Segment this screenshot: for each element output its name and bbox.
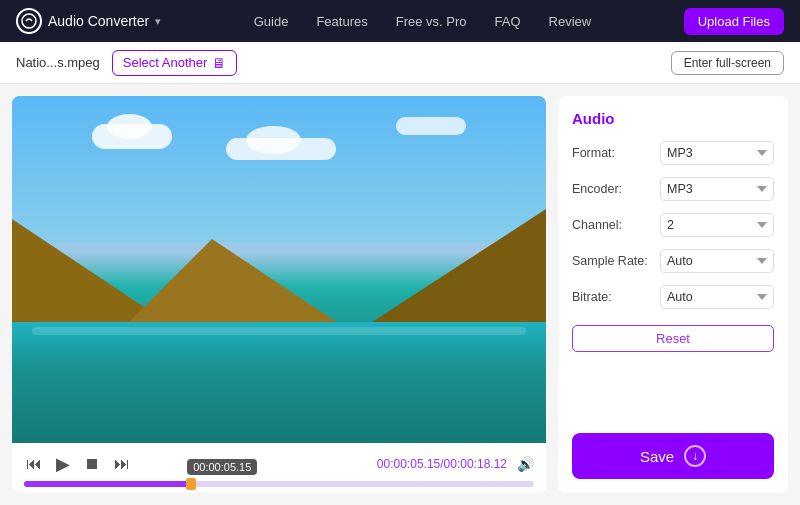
file-toolbar: Natio...s.mpeg Select Another 🖥 Enter fu…: [0, 42, 800, 84]
time-display: 00:00:05.15/00:00:18.12: [377, 457, 507, 471]
monitor-icon: 🖥: [212, 55, 226, 71]
nav-features[interactable]: Features: [316, 14, 367, 29]
fast-forward-icon: ⏭: [114, 455, 130, 473]
format-label: Format:: [572, 146, 652, 160]
current-time: 00:00:05.15: [377, 457, 440, 471]
bitrate-label: Bitrate:: [572, 290, 652, 304]
save-label: Save: [640, 448, 674, 465]
settings-panel: Audio Format: MP3 AAC WAV FLAC Encoder: …: [558, 96, 788, 493]
logo-dropdown-icon: ▾: [155, 15, 161, 28]
filename-label: Natio...s.mpeg: [16, 55, 100, 70]
video-preview: [12, 96, 546, 443]
settings-title: Audio: [572, 110, 774, 127]
nav-free-vs-pro[interactable]: Free vs. Pro: [396, 14, 467, 29]
bitrate-select[interactable]: Auto 128k 192k 320k: [660, 285, 774, 309]
logo[interactable]: Audio Converter ▾: [16, 8, 161, 34]
fullscreen-button[interactable]: Enter full-screen: [671, 51, 784, 75]
app-header: Audio Converter ▾ Guide Features Free vs…: [0, 0, 800, 42]
progress-bar[interactable]: [24, 481, 534, 487]
channel-select[interactable]: 2 1 6: [660, 213, 774, 237]
save-icon: ↓: [684, 445, 706, 467]
format-row: Format: MP3 AAC WAV FLAC: [572, 141, 774, 165]
upload-files-button[interactable]: Upload Files: [684, 8, 784, 35]
volume-icon[interactable]: 🔊: [517, 456, 534, 472]
water-bg: [12, 322, 546, 443]
main-content: ⏮ ▶ ⏹ ⏭ 00:00:05.15/00:00:18.12 🔊 00:00:…: [0, 84, 800, 505]
total-time: 00:00:18.12: [444, 457, 507, 471]
play-icon: ▶: [56, 453, 70, 475]
format-select[interactable]: MP3 AAC WAV FLAC: [660, 141, 774, 165]
reset-button[interactable]: Reset: [572, 325, 774, 352]
cloud-1: [92, 124, 172, 149]
stop-button[interactable]: ⏹: [82, 453, 102, 475]
encoder-select[interactable]: MP3 AAC: [660, 177, 774, 201]
app-title: Audio Converter: [48, 13, 149, 29]
progress-marker: [186, 478, 196, 490]
water-reflection: [32, 327, 526, 335]
progress-container: 00:00:05.15: [24, 481, 534, 487]
nav-guide[interactable]: Guide: [254, 14, 289, 29]
select-another-button[interactable]: Select Another 🖥: [112, 50, 238, 76]
progress-fill: [24, 481, 192, 487]
player-controls: ⏮ ▶ ⏹ ⏭ 00:00:05.15/00:00:18.12 🔊 00:00:…: [12, 443, 546, 493]
channel-row: Channel: 2 1 6: [572, 213, 774, 237]
video-panel: ⏮ ▶ ⏹ ⏭ 00:00:05.15/00:00:18.12 🔊 00:00:…: [12, 96, 546, 493]
controls-row: ⏮ ▶ ⏹ ⏭ 00:00:05.15/00:00:18.12 🔊: [24, 451, 534, 477]
rewind-button[interactable]: ⏮: [24, 453, 44, 475]
encoder-row: Encoder: MP3 AAC: [572, 177, 774, 201]
nav-faq[interactable]: FAQ: [495, 14, 521, 29]
sample-rate-label: Sample Rate:: [572, 254, 652, 268]
sample-rate-select[interactable]: Auto 44100 48000: [660, 249, 774, 273]
svg-point-0: [22, 14, 36, 28]
time-tooltip: 00:00:05.15: [187, 459, 257, 475]
channel-label: Channel:: [572, 218, 652, 232]
stop-icon: ⏹: [84, 455, 100, 473]
select-another-label: Select Another: [123, 55, 208, 70]
bitrate-row: Bitrate: Auto 128k 192k 320k: [572, 285, 774, 309]
main-nav: Guide Features Free vs. Pro FAQ Review: [181, 14, 664, 29]
mountain-right: [346, 209, 546, 339]
cloud-3: [396, 117, 466, 135]
save-button[interactable]: Save ↓: [572, 433, 774, 479]
cloud-2: [226, 138, 336, 160]
sample-rate-row: Sample Rate: Auto 44100 48000: [572, 249, 774, 273]
logo-icon: [16, 8, 42, 34]
rewind-icon: ⏮: [26, 455, 42, 473]
play-button[interactable]: ▶: [54, 451, 72, 477]
nav-review[interactable]: Review: [549, 14, 592, 29]
fast-forward-button[interactable]: ⏭: [112, 453, 132, 475]
video-background: [12, 96, 546, 443]
encoder-label: Encoder:: [572, 182, 652, 196]
